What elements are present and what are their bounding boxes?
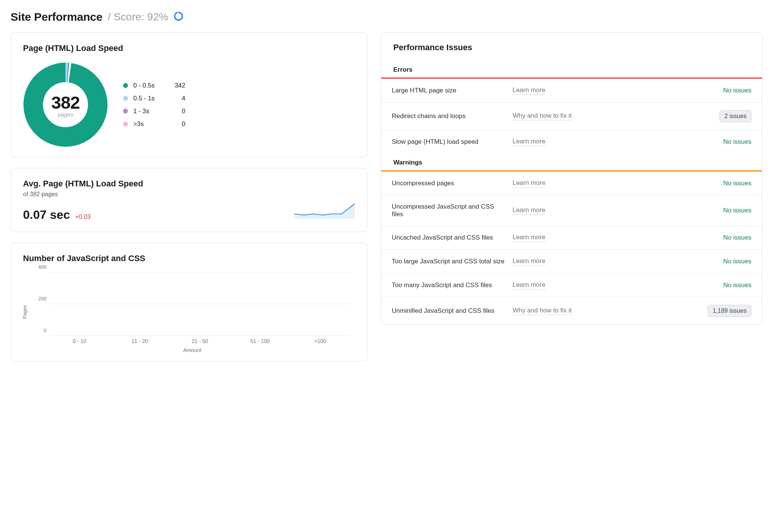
legend-value: 0 (169, 108, 185, 115)
y-axis-label: Pages (22, 305, 28, 319)
page-title: Site Performance (11, 11, 103, 23)
issue-help-link[interactable]: Learn more (513, 206, 545, 215)
y-tick: 400 (34, 264, 46, 270)
issue-name: Too large JavaScript and CSS total size (392, 258, 505, 265)
donut-total-label: pages (58, 111, 73, 118)
legend-value: 0 (169, 120, 185, 128)
issue-row: Too many JavaScript and CSS filesLearn m… (381, 274, 762, 297)
donut-legend: 0 - 0.5s 342 0.5 - 1s 4 1 - 3s 0 (123, 82, 185, 128)
load-speed-donut: 382 pages (23, 62, 108, 147)
legend-label: 0 - 0.5s (133, 82, 163, 89)
avg-speed-subtitle: of 382 pages (23, 191, 355, 198)
issue-row: Unminified JavaScript and CSS filesWhy a… (381, 297, 762, 324)
no-issues-label: No issues (723, 281, 751, 289)
issue-name: Uncached JavaScript and CSS files (392, 234, 505, 241)
avg-speed-delta: +0.03 (75, 214, 91, 220)
legend-dot-icon (123, 121, 128, 126)
legend-dot-icon (123, 96, 128, 101)
legend-item: >3s 0 (123, 120, 185, 128)
legend-dot-icon (123, 109, 128, 114)
warnings-header: Warnings (381, 154, 762, 172)
x-tick: 21 - 50 (170, 338, 230, 344)
issue-row: Uncompressed pagesLearn moreNo issues (381, 172, 762, 195)
issue-name: Unminified JavaScript and CSS files (392, 307, 505, 315)
load-speed-card: Page (HTML) Load Speed 382 pages (11, 32, 367, 157)
js-css-count-card: Number of JavaScript and CSS Pages 0 200… (11, 243, 367, 362)
score-label: / Score: 92% (108, 11, 168, 23)
issue-count-badge[interactable]: 2 issues (719, 110, 751, 122)
x-tick: 11 - 20 (109, 338, 169, 344)
issue-row: Uncached JavaScript and CSS filesLearn m… (381, 226, 762, 250)
issues-title: Performance Issues (381, 33, 762, 61)
avg-speed-card: Avg. Page (HTML) Load Speed of 382 pages… (11, 168, 367, 232)
issue-help-link[interactable]: Learn more (513, 86, 545, 95)
avg-speed-title: Avg. Page (HTML) Load Speed (23, 179, 355, 189)
legend-item: 1 - 3s 0 (123, 108, 185, 115)
errors-header: Errors (381, 61, 762, 79)
x-tick: >100 (290, 338, 350, 344)
page-header: Site Performance / Score: 92% (11, 11, 762, 23)
donut-total: 382 (51, 92, 80, 113)
issue-name: Uncompressed JavaScript and CSS files (392, 203, 505, 218)
legend-label: 1 - 3s (133, 108, 163, 115)
legend-value: 4 (169, 95, 185, 102)
svg-point-1 (175, 12, 182, 20)
legend-item: 0 - 0.5s 342 (123, 82, 185, 89)
no-issues-label: No issues (723, 207, 751, 214)
issue-help-link[interactable]: Learn more (513, 179, 545, 188)
legend-value: 342 (169, 82, 185, 89)
issue-count-badge[interactable]: 1,189 issues (708, 305, 751, 317)
x-tick: 0 - 10 (49, 338, 109, 344)
y-tick: 0 (34, 328, 46, 333)
issue-name: Large HTML page size (392, 87, 505, 94)
legend-label: 0.5 - 1s (133, 95, 163, 102)
avg-speed-value: 0.07 sec (23, 208, 70, 222)
issue-row: Too large JavaScript and CSS total sizeL… (381, 250, 762, 274)
issue-row: Large HTML page sizeLearn moreNo issues (381, 79, 762, 103)
issue-name: Too many JavaScript and CSS files (392, 281, 505, 289)
issue-help-link[interactable]: Learn more (513, 138, 545, 146)
load-speed-title: Page (HTML) Load Speed (23, 43, 355, 53)
issue-name: Slow page (HTML) load speed (392, 138, 505, 146)
legend-item: 0.5 - 1s 4 (123, 95, 185, 102)
issue-help-link[interactable]: Learn more (513, 257, 545, 266)
no-issues-label: No issues (723, 87, 751, 94)
legend-label: >3s (133, 120, 163, 128)
issue-name: Uncompressed pages (392, 180, 505, 187)
performance-issues-panel: Performance Issues Errors Large HTML pag… (381, 32, 762, 325)
no-issues-label: No issues (723, 180, 751, 187)
issue-row: Uncompressed JavaScript and CSS filesLea… (381, 195, 762, 226)
issue-help-link[interactable]: Learn more (513, 281, 545, 289)
no-issues-label: No issues (723, 234, 751, 241)
js-css-title: Number of JavaScript and CSS (23, 254, 355, 263)
left-column: Page (HTML) Load Speed 382 pages (11, 32, 367, 372)
issue-help-link[interactable]: Learn more (513, 234, 545, 242)
no-issues-label: No issues (723, 138, 751, 146)
legend-dot-icon (123, 83, 128, 88)
issue-row: Redirect chains and loopsWhy and how to … (381, 103, 762, 130)
issue-row: Slow page (HTML) load speedLearn moreNo … (381, 130, 762, 154)
x-tick: 51 - 100 (230, 338, 290, 344)
issue-help-link[interactable]: Why and how to fix it (513, 112, 572, 120)
no-issues-label: No issues (723, 258, 751, 265)
bar-chart: Pages 0 200 400 0 - 10 11 - 20 21 - 50 5… (30, 272, 355, 352)
issue-name: Redirect chains and loops (392, 112, 505, 120)
issue-help-link[interactable]: Why and how to fix it (513, 307, 572, 315)
avg-speed-sparkline (294, 201, 355, 219)
score-donut-icon (174, 11, 183, 23)
y-tick: 200 (34, 296, 46, 301)
x-axis-label: Amount (30, 347, 355, 353)
